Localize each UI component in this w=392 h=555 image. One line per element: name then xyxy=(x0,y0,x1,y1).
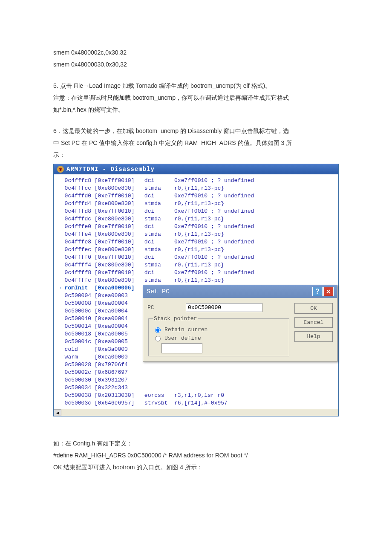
scroll-left-icon[interactable]: ◄ xyxy=(54,409,61,416)
pc-label: PC xyxy=(147,304,186,311)
close-icon[interactable]: ✕ xyxy=(323,287,334,296)
radio-userdef[interactable]: User define xyxy=(153,335,285,341)
disasm-line: 0c4fffec [0xe800e800] stmda r0,{r11,r13-… xyxy=(58,246,334,254)
dialog-titlebar[interactable]: Set PC ? ✕ xyxy=(143,285,337,298)
text-line: smem 0x48000030,0x30,32 xyxy=(53,59,339,70)
disasm-line: 0c4fffe4 [0xe800e800] stmda r0,{r11,r13-… xyxy=(58,231,334,238)
disasm-line: 0c500028 [0x79706f4 xyxy=(58,361,334,369)
stack-pointer-fieldset: Stack pointer Retain curren User define xyxy=(148,315,289,356)
text-line: 5. 点击 File→Load Image 加载 Tornado 编译生成的 b… xyxy=(53,80,339,91)
radio-userdef-input[interactable] xyxy=(155,336,161,341)
pc-input[interactable] xyxy=(186,303,262,312)
text-line: 如：在 Config.h 有如下定义： xyxy=(53,438,339,449)
app-icon: ✱ xyxy=(57,166,64,173)
disasm-line: 0c4ffff4 [0xe800e800] stmda r0,{r11,r13-… xyxy=(58,261,334,269)
userdef-input[interactable] xyxy=(161,343,202,353)
disasm-line: 0c50002c [0x6867697 xyxy=(58,369,334,376)
window-title: ARM7TDMI - Disassembly xyxy=(66,166,155,173)
help-button[interactable]: Help xyxy=(294,331,333,342)
horizontal-scrollbar[interactable]: ◄ xyxy=(54,409,338,416)
disasm-line: 0c4fffe8 [0xe7ff0010] dci 0xe7ff0010 ; ?… xyxy=(58,238,334,246)
disasm-line: 0c4ffffc [0xe800e800] stmda r0,{r11,r13-… xyxy=(58,277,334,284)
text-line: 注意：在这里调试时只能加载 bootrom_uncmp，你可以在调试通过后再编译… xyxy=(53,92,339,103)
text-line: 中 Set PC 在 PC 值中输入你在 config.h 中定义的 RAM_H… xyxy=(53,137,339,148)
disasm-line: 0c4fffd4 [0xe800e800] stmda r0,{r11,r13-… xyxy=(58,200,334,208)
disasm-line: 0c4ffff0 [0xe7ff0010] dci 0xe7ff0010 ; ?… xyxy=(58,254,334,261)
text-line: 如*.bin,*.hex 的烧写文件。 xyxy=(53,104,339,115)
disassembly-area[interactable]: 0c4fffc8 [0xe7ff0010] dci 0xe7ff0010 ; ?… xyxy=(54,174,338,409)
titlebar[interactable]: ✱ ARM7TDMI - Disassembly xyxy=(54,164,338,174)
disasm-line: 0c4fffdc [0xe800e800] stmda r0,{r11,r13-… xyxy=(58,215,334,223)
disasm-line: 0c500030 [0x3931207 xyxy=(58,376,334,384)
text-line: 6．这是最关键的一步，在加载 boottom_uncmp 的 Disassemb… xyxy=(53,125,339,136)
disasm-line: 0c4fffc8 [0xe7ff0010] dci 0xe7ff0010 ; ?… xyxy=(58,177,334,185)
disasm-line: 0c4fffcc [0xe800e800] stmda r0,{r11,r13-… xyxy=(58,185,334,192)
disasm-line: 0c4ffff8 [0xe7ff0010] dci 0xe7ff0010 ; ?… xyxy=(58,269,334,277)
disasm-line: 0c50003c [0x646e6957] strvsbt r6,[r14],#… xyxy=(58,399,334,407)
cancel-button[interactable]: Cancel xyxy=(294,317,333,328)
help-icon[interactable]: ? xyxy=(312,287,323,296)
disasm-line: 0c4fffd0 [0xe7ff0010] dci 0xe7ff0010 ; ?… xyxy=(58,192,334,200)
disasm-line: 0c4fffe0 [0xe7ff0010] dci 0xe7ff0010 ; ?… xyxy=(58,223,334,231)
disasm-line: 0c500034 [0x322d343 xyxy=(58,384,334,392)
radio-retain[interactable]: Retain curren xyxy=(153,326,285,333)
text-line: OK 结束配置即可进入 bootrom 的入口点。如图 4 所示： xyxy=(53,462,339,473)
disasm-line: 0c500038 [0x20313030] eorcss r3,r1,r0,ls… xyxy=(58,392,334,399)
disasm-line: 0c4fffd8 [0xe7ff0010] dci 0xe7ff0010 ; ?… xyxy=(58,208,334,215)
radio-retain-label: Retain curren xyxy=(164,327,208,333)
radio-userdef-label: User define xyxy=(164,335,201,341)
radio-retain-input[interactable] xyxy=(155,327,161,333)
ok-button[interactable]: OK xyxy=(294,303,333,314)
disassembly-window: ✱ ARM7TDMI - Disassembly 0c4fffc8 [0xe7f… xyxy=(53,164,339,416)
fieldset-legend: Stack pointer xyxy=(153,315,198,322)
text-line: #define RAM_HIGH_ADRS 0x0C500000 /* RAM … xyxy=(53,450,339,461)
set-pc-dialog: Set PC ? ✕ PC Stack pointer xyxy=(143,285,337,362)
dialog-title: Set PC xyxy=(147,288,170,295)
text-line: 示： xyxy=(53,149,339,160)
text-line: smem 0x4800002c,0x30,32 xyxy=(53,47,339,58)
